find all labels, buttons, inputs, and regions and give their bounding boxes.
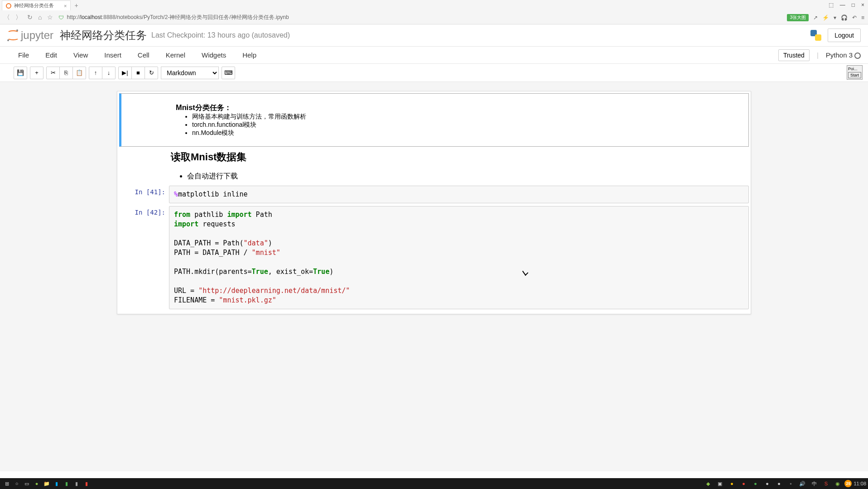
toolbar: 💾 + ✂ ⎘ 📋 ↑ ↓ ▶| ■ ↻ Markdown ⌨ bbox=[0, 64, 868, 82]
menu-bar: File Edit View Insert Cell Kernel Widget… bbox=[0, 47, 868, 64]
dropdown-icon[interactable]: ▾ bbox=[834, 14, 836, 21]
menu-view[interactable]: View bbox=[65, 48, 96, 62]
refresh-icon[interactable]: ↻ bbox=[27, 14, 33, 22]
list: 网络基本构建与训练方法，常用函数解析 torch.nn.functional模块… bbox=[126, 113, 744, 137]
back-icon[interactable]: 〈 bbox=[4, 14, 10, 22]
menu-file[interactable]: File bbox=[7, 48, 37, 62]
maximize-icon[interactable]: □ bbox=[852, 2, 855, 8]
tab-title: 神经网络分类任务 bbox=[14, 2, 54, 9]
list-item: nn.Module模块 bbox=[192, 129, 744, 137]
forward-icon[interactable]: 〉 bbox=[15, 14, 22, 22]
jupyter-logo-text: jupyter bbox=[21, 29, 53, 42]
undo-icon[interactable]: ↶ bbox=[852, 14, 857, 21]
close-tab-icon[interactable]: × bbox=[64, 3, 67, 9]
cell-prompt: In [42]: bbox=[119, 206, 169, 309]
markdown-cell[interactable]: 读取Mnist数据集 会自动进行下载 bbox=[119, 147, 749, 186]
logout-button[interactable]: Logout bbox=[828, 29, 861, 42]
python-icon bbox=[810, 29, 822, 42]
checkpoint-status: Last Checkpoint: 13 hours ago (autosaved… bbox=[151, 31, 290, 39]
shield-icon: 🛡 bbox=[58, 14, 64, 21]
list-item: torch.nn.functional模块 bbox=[192, 121, 744, 129]
code-input[interactable]: %matplotlib inline bbox=[169, 186, 749, 203]
headphone-icon[interactable]: 🎧 bbox=[841, 14, 848, 21]
cell-prompt: In [41]: bbox=[119, 186, 169, 203]
insert-cell-button[interactable]: + bbox=[30, 67, 43, 79]
paste-button[interactable]: 📋 bbox=[72, 67, 86, 79]
flash-icon[interactable]: ⚡ bbox=[822, 14, 829, 21]
list: 会自动进行下载 bbox=[124, 170, 744, 182]
menu-help[interactable]: Help bbox=[234, 48, 265, 62]
command-palette-button[interactable]: ⌨ bbox=[222, 67, 235, 79]
jupyter-logo-icon bbox=[7, 29, 19, 41]
window-controls: ⬚ — □ × bbox=[829, 2, 864, 8]
move-down-button[interactable]: ↓ bbox=[102, 67, 116, 79]
jupyter-logo[interactable]: jupyter bbox=[7, 29, 53, 42]
address-bar: 〈 〉 ↻ ⌂ ☆ 🛡 http://localhost:8888/notebo… bbox=[0, 11, 868, 24]
cut-button[interactable]: ✂ bbox=[46, 67, 60, 79]
cell-type-select[interactable]: Markdown bbox=[161, 67, 219, 79]
menu-cell[interactable]: Cell bbox=[130, 48, 158, 62]
home-icon[interactable]: ⌂ bbox=[38, 14, 42, 22]
kernel-status-icon bbox=[854, 53, 861, 59]
jupyter-header: jupyter 神经网络分类任务 Last Checkpoint: 13 hou… bbox=[0, 24, 868, 47]
url-text: http://localhost:8888/notebooks/PyTorch/… bbox=[67, 14, 289, 21]
markdown-cell-selected[interactable]: Mnist分类任务： 网络基本构建与训练方法，常用函数解析 torch.nn.f… bbox=[119, 93, 749, 147]
pin-icon[interactable]: ⬚ bbox=[829, 2, 834, 8]
favorite-icon[interactable]: ☆ bbox=[47, 14, 53, 22]
menu-edit[interactable]: Edit bbox=[37, 48, 65, 62]
run-button[interactable]: ▶| bbox=[118, 67, 132, 79]
copy-button[interactable]: ⎘ bbox=[59, 67, 73, 79]
close-window-icon[interactable]: × bbox=[861, 2, 864, 8]
new-tab-button[interactable]: + bbox=[71, 2, 82, 9]
heading-mnist-task: Mnist分类任务： bbox=[126, 103, 744, 113]
menu-icon[interactable]: ≡ bbox=[861, 14, 864, 21]
list-item: 会自动进行下载 bbox=[187, 170, 744, 182]
kernel-name[interactable]: Python 3 bbox=[826, 51, 853, 59]
restart-button[interactable]: ↻ bbox=[145, 67, 158, 79]
save-button[interactable]: 💾 bbox=[14, 67, 27, 79]
code-cell[interactable]: In [41]: %matplotlib inline bbox=[119, 186, 749, 203]
code-cell[interactable]: In [42]: from pathlib import Path import… bbox=[119, 206, 749, 309]
download-badge[interactable]: 3张大图 bbox=[787, 14, 809, 21]
nav-icons: 〈 〉 ↻ ⌂ ☆ bbox=[4, 14, 53, 22]
trusted-badge[interactable]: Trusted bbox=[778, 49, 810, 61]
url-input[interactable]: 🛡 http://localhost:8888/notebooks/PyTorc… bbox=[58, 14, 781, 21]
notebook-title[interactable]: 神经网络分类任务 bbox=[60, 28, 147, 43]
move-up-button[interactable]: ↑ bbox=[89, 67, 102, 79]
browser-chrome: 神经网络分类任务 × + ⬚ — □ × 〈 〉 ↻ ⌂ ☆ 🛡 http://… bbox=[0, 0, 868, 24]
share-icon[interactable]: ↗ bbox=[813, 14, 818, 21]
tab-bar: 神经网络分类任务 × + ⬚ — □ × bbox=[0, 0, 868, 11]
menu-insert[interactable]: Insert bbox=[96, 48, 130, 62]
code-input[interactable]: from pathlib import Path import requests… bbox=[169, 206, 749, 309]
jupyter-favicon bbox=[6, 3, 11, 9]
pointer-overlay[interactable]: Poi... Start bbox=[847, 65, 863, 80]
minimize-icon[interactable]: — bbox=[840, 2, 845, 8]
menu-kernel[interactable]: Kernel bbox=[158, 48, 193, 62]
notebook: Mnist分类任务： 网络基本构建与训练方法，常用函数解析 torch.nn.f… bbox=[117, 91, 751, 314]
start-button[interactable]: Start bbox=[848, 72, 861, 78]
interrupt-button[interactable]: ■ bbox=[131, 67, 145, 79]
notebook-container[interactable]: Mnist分类任务： 网络基本构建与训练方法，常用函数解析 torch.nn.f… bbox=[0, 82, 868, 471]
list-item: 网络基本构建与训练方法，常用函数解析 bbox=[192, 113, 744, 121]
menu-widgets[interactable]: Widgets bbox=[193, 48, 234, 62]
addr-right: 3张大图 ↗ ⚡ ▾ 🎧 ↶ ≡ bbox=[787, 14, 864, 21]
browser-tab[interactable]: 神经网络分类任务 × bbox=[2, 0, 71, 10]
heading-read-mnist: 读取Mnist数据集 bbox=[124, 150, 744, 164]
